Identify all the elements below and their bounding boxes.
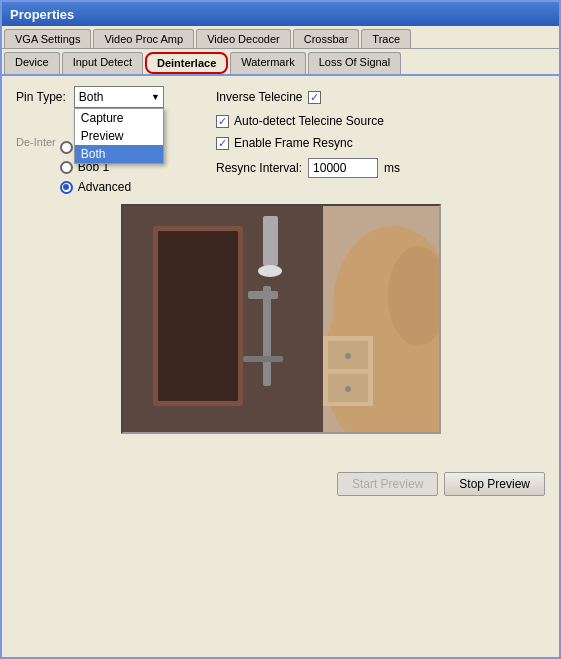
resync-interval-label: Resync Interval: bbox=[216, 161, 302, 175]
tab-video-decoder[interactable]: Video Decoder bbox=[196, 29, 291, 48]
svg-rect-10 bbox=[243, 356, 283, 362]
radio-advanced-circle bbox=[60, 181, 73, 194]
svg-rect-3 bbox=[158, 231, 238, 401]
auto-detect-label: Auto-detect Telecine Source bbox=[234, 114, 384, 128]
radio-advanced-label: Advanced bbox=[78, 180, 131, 194]
pin-type-value: Both bbox=[75, 89, 151, 105]
title-bar: Properties bbox=[2, 2, 559, 26]
tab-vga-settings[interactable]: VGA Settings bbox=[4, 29, 91, 48]
right-column: Inverse Telecine Auto-detect Telecine So… bbox=[211, 86, 545, 194]
enable-frame-resync-row: Enable Frame Resync bbox=[216, 136, 545, 150]
enable-frame-resync-checkbox[interactable] bbox=[216, 137, 229, 150]
preview-svg bbox=[123, 206, 441, 434]
tab-input-detect[interactable]: Input Detect bbox=[62, 52, 143, 74]
radio-bob0-circle bbox=[60, 141, 73, 154]
pin-type-dropdown[interactable]: Both ▼ bbox=[74, 86, 164, 108]
option-capture[interactable]: Capture bbox=[75, 109, 163, 127]
svg-point-14 bbox=[345, 353, 351, 359]
tab-deinterlace[interactable]: Deinterlace bbox=[145, 52, 228, 74]
content-area: Pin Type: Both ▼ Capture Preview bbox=[2, 76, 559, 454]
option-preview[interactable]: Preview bbox=[75, 127, 163, 145]
resync-interval-input[interactable] bbox=[308, 158, 378, 178]
pin-type-dropdown-menu: Capture Preview Both bbox=[74, 108, 164, 164]
radio-bob1-circle bbox=[60, 161, 73, 174]
start-preview-button[interactable]: Start Preview bbox=[337, 472, 438, 496]
auto-detect-row: Auto-detect Telecine Source bbox=[216, 114, 545, 128]
svg-rect-16 bbox=[263, 216, 278, 266]
pin-type-row: Pin Type: Both ▼ Capture Preview bbox=[16, 86, 201, 108]
inverse-telecine-row: Inverse Telecine bbox=[216, 90, 545, 104]
tab-row-1: VGA Settings Video Proc Amp Video Decode… bbox=[2, 26, 559, 49]
radio-advanced[interactable]: Advanced bbox=[60, 180, 131, 194]
tab-device[interactable]: Device bbox=[4, 52, 60, 74]
preview-image bbox=[121, 204, 441, 434]
svg-rect-8 bbox=[263, 286, 271, 386]
dropdown-arrow-icon: ▼ bbox=[151, 92, 163, 102]
tab-video-proc-amp[interactable]: Video Proc Amp bbox=[93, 29, 194, 48]
tab-trace[interactable]: Trace bbox=[361, 29, 411, 48]
tab-crossbar[interactable]: Crossbar bbox=[293, 29, 360, 48]
tab-loss-of-signal[interactable]: Loss Of Signal bbox=[308, 52, 402, 74]
resync-interval-row: Resync Interval: ms bbox=[216, 158, 545, 178]
resync-interval-unit: ms bbox=[384, 161, 400, 175]
svg-point-17 bbox=[258, 265, 282, 277]
main-content: Pin Type: Both ▼ Capture Preview bbox=[16, 86, 545, 194]
svg-rect-9 bbox=[248, 291, 278, 299]
inverse-telecine-label: Inverse Telecine bbox=[216, 90, 303, 104]
tab-watermark[interactable]: Watermark bbox=[230, 52, 305, 74]
stop-preview-button[interactable]: Stop Preview bbox=[444, 472, 545, 496]
pin-type-dropdown-wrapper: Both ▼ Capture Preview B bbox=[74, 86, 164, 108]
option-both[interactable]: Both bbox=[75, 145, 163, 163]
inverse-telecine-checkbox[interactable] bbox=[308, 91, 321, 104]
tab-row-2: Device Input Detect Deinterlace Watermar… bbox=[2, 49, 559, 76]
window-title: Properties bbox=[10, 7, 74, 22]
properties-window: Properties VGA Settings Video Proc Amp V… bbox=[0, 0, 561, 659]
svg-point-15 bbox=[345, 386, 351, 392]
pin-type-label: Pin Type: bbox=[16, 90, 66, 104]
auto-detect-checkbox[interactable] bbox=[216, 115, 229, 128]
enable-frame-resync-label: Enable Frame Resync bbox=[234, 136, 353, 150]
bottom-buttons: Start Preview Stop Preview bbox=[2, 464, 559, 504]
left-column: Pin Type: Both ▼ Capture Preview bbox=[16, 86, 211, 194]
de-inter-label: De-Inter bbox=[16, 136, 56, 148]
